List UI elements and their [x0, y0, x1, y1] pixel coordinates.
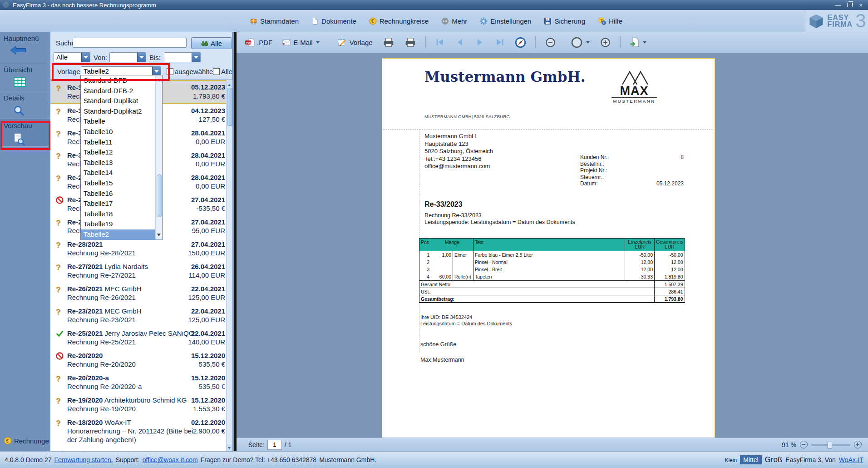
dropdown-item[interactable]: Tabelle19 — [81, 219, 162, 229]
dropdown-item[interactable]: Standard-DFB — [81, 75, 162, 86]
search-alle-button[interactable]: Alle — [191, 37, 232, 49]
svg-text:PDF: PDF — [246, 40, 252, 44]
list-item[interactable]: Re-18/2020 WoAx-IT Honorarrechnung – Nr.… — [50, 416, 232, 447]
support-email-link[interactable]: office@woax-it.com — [143, 456, 198, 463]
toolbar-button-stammdaten[interactable]: Stammdaten — [245, 15, 303, 27]
zoom-mode-button[interactable] — [568, 35, 592, 50]
dropdown-item[interactable]: Tabelle16 — [81, 189, 162, 199]
bis-dropdown[interactable] — [164, 52, 201, 62]
zoom-out-button[interactable] — [542, 35, 559, 50]
font-size-mittel[interactable]: Mittel — [740, 455, 761, 464]
list-item[interactable]: Re-5/2017 ABC GmbH Rechnung Nr. 20082048… — [50, 447, 232, 451]
scroll-thumb[interactable] — [157, 174, 162, 217]
more-icon — [441, 17, 449, 25]
toolbar-button-hilfe[interactable]: ?! Hilfe — [593, 15, 627, 27]
remote-support-link[interactable]: Fernwartung starten. — [54, 456, 113, 463]
toolbar-button-mehr[interactable]: Mehr — [437, 15, 472, 27]
dropdown-item[interactable]: Standard-DFB-2 — [81, 86, 162, 96]
list-item[interactable]: Re-23/2021 MEC GmbH Rechnung Re-23/2021 … — [50, 304, 232, 327]
chevron-down-icon[interactable] — [643, 41, 646, 45]
pdf-button[interactable]: PDF .PDF — [242, 36, 275, 49]
zoom-slider[interactable] — [811, 444, 850, 446]
first-page-button[interactable] — [432, 36, 448, 48]
alle-checkbox-label: Alle — [221, 68, 232, 75]
max-mustermann-logo: MAX MUSTERMANN — [612, 70, 657, 104]
printer-icon — [404, 37, 416, 47]
svg-text:!: ! — [603, 20, 605, 25]
list-item[interactable]: Re-20/2020 Rechnung Re-20/2020 15.12.202… — [50, 349, 232, 371]
ausgewaehlte-checkbox[interactable] — [167, 68, 173, 75]
seite-label: Seite: — [248, 441, 265, 448]
scroll-down-icon[interactable] — [227, 444, 232, 451]
dropdown-item[interactable]: Tabelle14 — [81, 168, 162, 178]
dropdown-item[interactable]: Tabelle15 — [81, 178, 162, 189]
toolbar-button-dokumente[interactable]: Dokumente — [307, 15, 361, 27]
chevron-down-icon[interactable] — [152, 67, 161, 76]
zoom-out-icon[interactable] — [800, 441, 808, 448]
von-dropdown[interactable] — [109, 52, 146, 62]
dropdown-item[interactable]: Tabelle13 — [81, 158, 162, 168]
page-number-input[interactable] — [267, 440, 282, 450]
email-button[interactable]: E-Mail — [280, 37, 322, 48]
sidebar-item-hauptmenu[interactable]: Hauptmenü — [0, 32, 50, 63]
toolbar-button-rechnungkreise[interactable]: € Rechnungkreise — [365, 15, 433, 27]
list-scrollbar[interactable] — [226, 80, 232, 451]
previous-page-button[interactable] — [452, 36, 468, 48]
dropdown-item[interactable]: Tabelle11 — [81, 137, 162, 148]
filter-dropdown[interactable]: Alle — [54, 52, 90, 62]
export-button[interactable] — [627, 35, 649, 49]
chevron-down-icon[interactable] — [192, 53, 200, 62]
sidebar-item-vorschau[interactable]: Vorschau — [0, 119, 50, 147]
sidebar-item-details[interactable]: Details — [0, 91, 50, 119]
vendor-link[interactable]: WoAx-IT — [839, 456, 863, 463]
compass-icon[interactable] — [512, 35, 529, 50]
quick-print-button[interactable] — [402, 35, 419, 49]
print-button[interactable] — [380, 35, 397, 49]
scroll-up-icon[interactable] — [227, 80, 232, 87]
search-input[interactable] — [73, 38, 187, 48]
scroll-thumb[interactable] — [227, 88, 232, 126]
zoom-in-button[interactable] — [597, 35, 614, 50]
restore-button[interactable] — [847, 3, 853, 7]
dropdown-item[interactable]: Tabelle10 — [81, 127, 162, 137]
svg-text:€: € — [6, 438, 9, 443]
dropdown-item[interactable]: Tabelle18 — [81, 209, 162, 219]
list-item[interactable]: Re-28/2021 Rechnung Re-28/2021 27.04.202… — [50, 238, 232, 260]
list-item[interactable]: Re-26/2021 MEC GmbH Rechnung Re-26/2021 … — [50, 282, 232, 304]
export-icon — [630, 37, 640, 47]
dropdown-item[interactable]: Standard-Duplikat2 — [81, 106, 162, 117]
email-icon — [282, 39, 291, 45]
font-size-gross[interactable]: Groß — [765, 455, 783, 464]
chevron-down-icon[interactable] — [137, 53, 146, 62]
list-item[interactable]: Re-27/2021 Lydia Nardaits Rechnung Re-27… — [50, 260, 232, 282]
app-icon — [3, 2, 9, 8]
dropdown-item[interactable]: Tabelle — [81, 116, 162, 127]
minimize-button[interactable]: — — [835, 2, 841, 9]
dropdown-item[interactable]: Tabelle12 — [81, 147, 162, 158]
question-icon — [56, 219, 64, 227]
chevron-down-icon[interactable] — [316, 41, 320, 45]
toolbar-button-sicherung[interactable]: Sicherung — [539, 15, 590, 27]
dropdown-item-selected[interactable]: Tabelle2 — [81, 229, 162, 240]
list-item[interactable]: Re-20/2020-a Rechnung Re-20/2020-a 15.12… — [50, 371, 232, 393]
list-item[interactable]: Re-25/2021 Jerry Jaroslav Pelec SANiQO R… — [50, 327, 232, 349]
help-icon: ?! — [598, 17, 606, 25]
page-bar: Seite: / 1 91 % — [237, 438, 868, 451]
zoom-in-icon[interactable] — [854, 441, 862, 448]
list-item[interactable]: Re-19/2020 Architekturbüro Schmid KG Rec… — [50, 393, 232, 416]
binoculars-icon — [201, 40, 208, 46]
font-size-klein[interactable]: Klein — [725, 457, 737, 463]
close-button[interactable]: × — [859, 2, 863, 9]
vorlage-button[interactable]: Vorlage — [334, 36, 375, 49]
zoom-slider-thumb[interactable] — [828, 442, 832, 449]
dropdown-item[interactable]: Tabelle17 — [81, 199, 162, 209]
toolbar-button-einstellungen[interactable]: Einstellungen — [475, 15, 536, 27]
dropdown-scrollbar[interactable] — [155, 75, 162, 239]
sidebar-item-uebersicht[interactable]: Übersicht — [0, 63, 50, 91]
alle-checkbox[interactable] — [213, 68, 220, 75]
chevron-down-icon[interactable] — [586, 41, 590, 45]
chevron-down-icon[interactable] — [81, 53, 90, 62]
next-page-button[interactable] — [472, 36, 488, 48]
last-page-button[interactable] — [492, 36, 508, 48]
dropdown-item[interactable]: Standard-Duplikat — [81, 96, 162, 106]
